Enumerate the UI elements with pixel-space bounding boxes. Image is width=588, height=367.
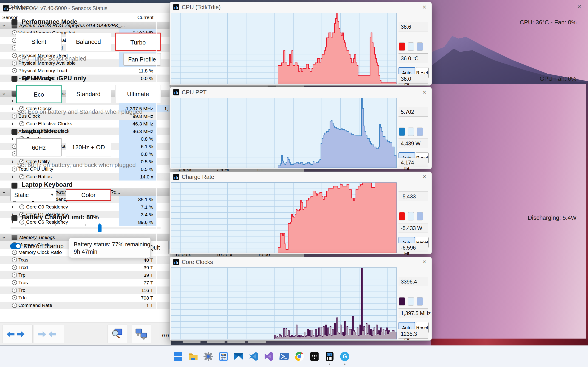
series-color-swatch[interactable] [399, 42, 405, 51]
background-color-swatch[interactable] [408, 212, 414, 220]
sensor-row-spacer [0, 309, 171, 317]
file-explorer-icon[interactable] [188, 351, 199, 362]
graph-titlebar[interactable]: CPU (Tctl/Tdie)× [170, 2, 432, 12]
running-indicator-dot [344, 364, 346, 365]
sensor-row[interactable]: Tras77 T [0, 279, 171, 286]
expand-arrow-icon[interactable]: › [11, 158, 14, 165]
keyboard-mode-dropdown[interactable]: Static ▾ [10, 189, 56, 201]
expand-arrow-icon[interactable]: › [11, 203, 14, 210]
sensor-row[interactable]: Physical Memory Load11.8 % [0, 67, 171, 75]
expand-columns-button[interactable] [2, 325, 33, 343]
hwinfo-app-icon [173, 174, 179, 180]
start-icon[interactable] [173, 351, 183, 362]
series-color-swatch[interactable] [399, 212, 405, 220]
dots-app-icon[interactable] [309, 351, 320, 362]
screen-120hz-button[interactable]: 120Hz + OD [66, 138, 111, 156]
vscode-icon[interactable] [249, 351, 259, 362]
sensor-clock-icon [12, 265, 17, 270]
hwinfo-app-icon [173, 89, 179, 95]
background-color-swatch[interactable] [408, 127, 414, 136]
chrome-icon[interactable] [294, 351, 304, 362]
perf-turbo-button[interactable]: Turbo [115, 33, 161, 51]
g-helper-icon[interactable]: G [339, 351, 350, 362]
sensor-row[interactable]: Trc116 T [0, 286, 171, 294]
sensor-row[interactable]: ›Core C0 Residency7.1 % [0, 203, 171, 211]
background-color-swatch[interactable] [408, 297, 414, 306]
screen-magnifier-button[interactable] [107, 325, 127, 343]
grid-color-swatch[interactable] [417, 297, 423, 306]
battery-icon [11, 215, 17, 221]
powershell-icon[interactable] [279, 351, 289, 362]
background-color-swatch[interactable] [408, 42, 414, 51]
grid-color-swatch[interactable] [417, 212, 423, 220]
screen-60hz-button[interactable]: 60Hz [16, 138, 61, 156]
sensor-current-value: 708 T [119, 294, 156, 302]
graph-plot-area [171, 267, 397, 340]
hwinfo-icon[interactable] [324, 351, 335, 362]
column-divider [156, 22, 157, 312]
series-color-swatch[interactable] [399, 297, 405, 306]
series-color-swatch[interactable] [399, 127, 405, 136]
sensor-current-value: 0.8 % [119, 135, 156, 143]
sensor-row[interactable]: Trfc708 T [0, 294, 171, 302]
perf-balanced-button[interactable]: Balanced [66, 33, 111, 51]
perf-silent-button[interactable]: Silent [16, 33, 61, 51]
remote-monitors-button[interactable] [132, 325, 151, 343]
hwinfo-toolbar: ⊕ [0, 323, 171, 345]
grid-color-swatch[interactable] [417, 42, 423, 51]
expand-arrow-icon[interactable]: › [11, 97, 14, 104]
turbo-boost-note: CPU Turbo Boost enabled [17, 55, 86, 62]
graph-title: Core Clocks [182, 259, 213, 265]
expand-arrow-icon[interactable]: › [11, 135, 14, 142]
sensor-row[interactable]: ›Core Effective Clocks46.3 MHz [0, 120, 171, 127]
wallpaper-strip [431, 339, 588, 345]
settings-gear-icon[interactable] [203, 351, 214, 362]
wallpaper-strip [586, 83, 588, 340]
graph-titlebar[interactable]: CPU PPT× [170, 87, 432, 97]
fan-profile-button[interactable]: Fan Profile [123, 53, 161, 66]
battery-limit-slider-track[interactable] [10, 227, 161, 228]
visual-studio-icon[interactable] [264, 351, 274, 362]
sensor-current-value: 0.8 % [119, 150, 156, 158]
close-icon[interactable]: × [421, 258, 428, 266]
sensor-clock-icon [12, 257, 17, 262]
sensor-current-value: 39 T [119, 264, 156, 271]
expand-arrow-icon[interactable]: › [11, 120, 14, 127]
graph-titlebar[interactable]: Core Clocks× [170, 257, 432, 267]
mail-icon[interactable] [233, 351, 244, 362]
graph-window-core-clocks: Core Clocks×3396.41,397.5 MHzAuto FitRes… [170, 257, 432, 341]
close-icon[interactable]: × [421, 3, 428, 11]
sensor-clock-icon [12, 114, 17, 119]
control-panel-icon[interactable] [218, 351, 229, 362]
sensor-clock-icon [12, 68, 17, 73]
sensor-row[interactable]: ›Core Ratios14.0 x [0, 173, 171, 181]
gpu-standard-button[interactable]: Standard [66, 85, 111, 103]
expand-arrow-icon[interactable]: › [11, 173, 14, 180]
gpu-icon [11, 76, 17, 82]
expand-arrow-icon[interactable]: › [11, 105, 14, 112]
keyboard-color-button[interactable]: Color [66, 189, 111, 201]
collapse-columns-button[interactable] [34, 325, 64, 343]
gpu-ultimate-button[interactable]: Ultimate [115, 85, 161, 103]
keyboard-icon [11, 183, 17, 189]
grid-color-swatch[interactable] [417, 127, 423, 136]
discharging-status: Discharging: 5.4W [528, 214, 577, 221]
running-indicator-dot [329, 364, 330, 365]
desktop: HWiNFO64 v7.40-5000 - Sensors Status Sen… [0, 0, 588, 367]
svg-text:G: G [343, 353, 347, 359]
hwinfo-app-icon [173, 4, 179, 10]
chevron-down-icon: › [1, 191, 8, 193]
sensor-clock-icon [12, 288, 17, 293]
close-icon[interactable]: × [421, 173, 428, 181]
sensor-row[interactable]: Command Rate1 T [0, 302, 171, 309]
gpu-eco-button[interactable]: Eco [16, 85, 61, 103]
run-on-startup-toggle[interactable] [10, 243, 21, 249]
sensor-row[interactable]: Trp39 T [0, 271, 171, 279]
graph-titlebar[interactable]: Charge Rate× [170, 172, 432, 182]
sensor-clock-icon [19, 204, 24, 209]
graph-min-value: 36.0 [398, 74, 428, 83]
sensor-row[interactable]: Trcd39 T [0, 264, 171, 271]
close-icon[interactable]: × [575, 3, 583, 10]
column-current[interactable]: Current [137, 15, 153, 20]
close-icon[interactable]: × [421, 89, 428, 96]
